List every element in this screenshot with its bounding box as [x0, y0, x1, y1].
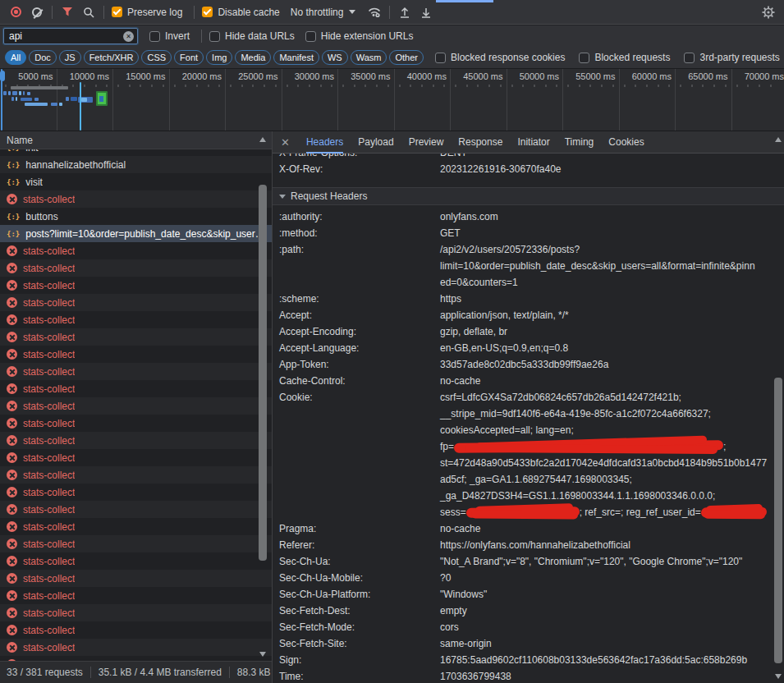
- details-scrollbar[interactable]: [773, 133, 784, 683]
- header-value-line: "Windows": [440, 586, 772, 603]
- request-row[interactable]: stats-collect: [0, 501, 272, 518]
- header-value-text: ed=0&counters=1: [440, 277, 518, 288]
- filter-pill-img[interactable]: Img: [206, 50, 232, 65]
- timeline-dot: [680, 85, 681, 87]
- import-har-button[interactable]: [394, 2, 415, 23]
- filter-pill-js[interactable]: JS: [59, 50, 81, 65]
- request-row[interactable]: stats-collect: [0, 432, 272, 449]
- request-row[interactable]: {:}visit: [0, 173, 272, 190]
- filter-pill-fetch-xhr[interactable]: Fetch/XHR: [84, 50, 140, 65]
- filter-pill-manifest[interactable]: Manifest: [273, 50, 319, 65]
- tab-payload[interactable]: Payload: [358, 131, 393, 154]
- filter-toggle-button[interactable]: [57, 2, 78, 23]
- error-icon: [7, 349, 17, 360]
- filter-input[interactable]: [4, 29, 137, 44]
- 3rd-party-requests-checkbox[interactable]: 3rd-party requests: [684, 52, 779, 63]
- header-value: same-origin: [440, 635, 784, 652]
- error-icon: [7, 642, 17, 653]
- request-headers-section-header[interactable]: Request Headers: [273, 187, 784, 205]
- request-row[interactable]: stats-collect: [0, 363, 272, 380]
- filter-pill-css[interactable]: CSS: [141, 50, 172, 65]
- headers-content: X-Frame-Options:DENYX-Of-Rev:20231226191…: [273, 154, 784, 683]
- tab-headers[interactable]: Headers: [306, 131, 343, 154]
- tab-response[interactable]: Response: [458, 131, 502, 154]
- header-value-line: https: [440, 291, 772, 307]
- filter-pill-ws[interactable]: WS: [322, 50, 348, 65]
- request-row[interactable]: stats-collect: [0, 587, 272, 604]
- filter-pill-wasm[interactable]: Wasm: [351, 50, 387, 65]
- request-row[interactable]: stats-collect: [0, 190, 272, 208]
- preserve-log-checkbox[interactable]: Preserve log: [112, 7, 182, 18]
- request-row[interactable]: stats-collect: [0, 449, 272, 466]
- name-column-header[interactable]: Name: [0, 131, 272, 149]
- request-row[interactable]: stats-collect: [0, 294, 272, 311]
- request-list-scrollbar[interactable]: [257, 133, 268, 661]
- timeline-dot: [275, 85, 277, 87]
- request-row[interactable]: stats-collect: [0, 397, 272, 415]
- tab-initiator[interactable]: Initiator: [517, 131, 549, 154]
- request-row[interactable]: {:}buttons: [0, 208, 272, 225]
- request-row[interactable]: stats-collect: [0, 604, 272, 621]
- request-row[interactable]: {:}init: [0, 149, 272, 156]
- request-row[interactable]: stats-collect: [0, 535, 272, 552]
- request-row[interactable]: stats-collect: [0, 518, 272, 535]
- request-row[interactable]: stats-collect: [0, 311, 272, 328]
- header-row: Referer:https://onlyfans.com/hannaheliza…: [273, 537, 784, 553]
- settings-button[interactable]: [758, 2, 779, 23]
- timeline-tick-label: 45000 ms: [446, 71, 503, 81]
- timeline-tick-label: 20000 ms: [164, 71, 222, 81]
- request-row[interactable]: stats-collect: [0, 570, 272, 587]
- request-row[interactable]: stats-collect: [0, 259, 272, 277]
- scrollbar-thumb[interactable]: [774, 378, 782, 663]
- request-row[interactable]: stats-collect: [0, 415, 272, 432]
- timeline-dot: [95, 85, 97, 87]
- header-name: Referer:: [279, 537, 440, 553]
- export-har-button[interactable]: [415, 2, 437, 23]
- invert-checkbox[interactable]: Invert: [149, 30, 190, 42]
- disable-cache-checkbox[interactable]: Disable cache: [202, 7, 279, 18]
- transferred-size: 35.1 kB / 4.4 MB transferred: [99, 667, 222, 678]
- blocked-requests-checkbox[interactable]: Blocked requests: [579, 52, 670, 63]
- scrollbar-thumb[interactable]: [259, 185, 267, 561]
- timeline-tick-label: 70000 ms: [727, 71, 784, 81]
- tab-timing[interactable]: Timing: [565, 131, 594, 154]
- throttling-dropdown[interactable]: No throttling: [291, 7, 356, 18]
- timeline-dot: [421, 85, 423, 87]
- request-row[interactable]: stats-collect: [0, 277, 272, 294]
- tab-cookies[interactable]: Cookies: [608, 131, 644, 154]
- filter-pill-doc[interactable]: Doc: [29, 50, 57, 65]
- request-row[interactable]: {:}posts?limit=10&order=publish_date_des…: [0, 225, 272, 242]
- clear-filter-icon[interactable]: ✕: [123, 31, 134, 42]
- filter-pill-other[interactable]: Other: [389, 50, 424, 65]
- filter-pill-font[interactable]: Font: [174, 50, 204, 65]
- scroll-up-icon[interactable]: [259, 137, 266, 142]
- request-row[interactable]: {:}hannahelizabethofficial: [0, 156, 272, 173]
- request-row[interactable]: stats-collect: [0, 621, 272, 639]
- scroll-up-icon[interactable]: [775, 137, 782, 142]
- request-row[interactable]: stats-collect: [0, 552, 272, 570]
- request-row[interactable]: stats-collect: [0, 639, 272, 656]
- search-button[interactable]: [78, 2, 99, 23]
- filter-pill-media[interactable]: Media: [235, 50, 271, 65]
- scroll-down-icon[interactable]: [259, 652, 266, 657]
- network-conditions-button[interactable]: [364, 2, 385, 23]
- request-row[interactable]: stats-collect: [0, 242, 272, 259]
- tab-preview[interactable]: Preview: [409, 131, 444, 154]
- request-row[interactable]: stats-collect: [0, 380, 272, 397]
- header-row: Sec-Ch-Ua-Mobile:?0: [273, 570, 784, 586]
- header-value-line: application/json, text/plain, */*: [440, 307, 772, 323]
- request-row[interactable]: stats-collect: [0, 484, 272, 501]
- hide-data-urls-checkbox[interactable]: Hide data URLs: [209, 30, 295, 42]
- clear-button[interactable]: [26, 2, 48, 23]
- request-row[interactable]: stats-collect: [0, 466, 272, 484]
- filter-pill-all[interactable]: All: [5, 50, 26, 65]
- blocked-response-cookies-checkbox[interactable]: Blocked response cookies: [435, 52, 565, 63]
- hide-extension-urls-checkbox[interactable]: Hide extension URLs: [305, 30, 414, 42]
- header-value: onlyfans.com: [440, 209, 784, 225]
- waterfall-overview[interactable]: 5000 ms10000 ms15000 ms20000 ms25000 ms3…: [0, 69, 784, 131]
- request-row[interactable]: stats-collect: [0, 346, 272, 363]
- request-row[interactable]: stats-collect: [0, 328, 272, 346]
- close-icon[interactable]: ✕: [281, 136, 290, 149]
- record-button[interactable]: [5, 2, 26, 23]
- scroll-down-icon[interactable]: [775, 674, 782, 679]
